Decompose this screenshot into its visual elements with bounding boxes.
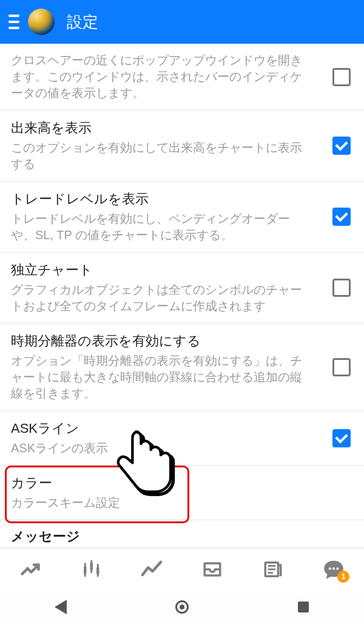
row-independent-chart-title: 独立チャート [11,261,311,279]
tab-news[interactable] [258,555,288,584]
bottom-tabbar: 1 [0,548,364,590]
line-chart-icon [141,558,163,580]
nav-back-button[interactable] [52,598,70,616]
row-ask-line-sub: ASKラインの表示 [11,440,311,456]
settings-list: クロスヘアーの近くにポップアップウインドウを開きます。このウインドウは、示された… [0,44,364,548]
svg-point-11 [332,567,335,569]
checkbox-trade-levels[interactable] [332,208,351,226]
checkbox-independent-chart[interactable] [332,279,351,297]
row-crosshair[interactable]: クロスヘアーの近くにポップアップウインドウを開きます。このウインドウは、示された… [0,44,364,110]
checkbox-volume[interactable] [332,137,351,155]
news-icon [263,559,283,580]
row-color-title: カラー [11,474,311,492]
nav-recent-button[interactable] [294,598,312,616]
messages-badge: 1 [337,571,349,583]
recent-icon [298,602,309,612]
row-trade-levels-sub: トレードレベルを有効にし、ペンディングオーダーや、SL, TP の値をチャートに… [11,211,311,243]
row-volume-sub: このオプションを有効にして出来高をチャートに表示する [11,140,311,172]
arrow-trend-icon [19,558,41,580]
nav-home-button[interactable] [173,598,191,616]
row-ask-line-title: ASKライン [11,419,311,438]
row-period-separator-sub: オプション「時期分離器の表示を有効にする」は、チャートに最も大きな時間軸の罫線に… [11,353,311,402]
row-crosshair-sub: クロスヘアーの近くにポップアップウインドウを開きます。このウインドウは、示された… [11,52,311,101]
row-independent-chart[interactable]: 独立チャート グラフィカルオブジェクトは全てのシンボルのチャートおよび全てのタイ… [0,253,364,324]
checkbox-crosshair[interactable] [332,68,351,86]
row-color[interactable]: カラー カラースキーム設定 [0,466,364,520]
section-messages: メッセージ [0,520,364,548]
tab-charts[interactable] [76,555,106,584]
checkbox-period-separator[interactable] [332,358,351,376]
home-icon [175,600,189,614]
svg-point-12 [336,567,339,569]
row-volume[interactable]: 出来高を表示 このオプションを有効にして出来高をチャートに表示する [0,110,364,181]
checkbox-ask-line[interactable] [332,429,351,447]
svg-point-10 [329,567,331,569]
page-title: 設定 [67,12,98,33]
candlestick-icon [80,558,102,580]
inbox-icon [202,559,223,580]
tab-quotes[interactable] [16,555,45,584]
app-header: 設定 [0,0,364,44]
back-icon [55,600,67,614]
row-trade-levels-title: トレードレベルを表示 [11,190,311,208]
tab-trade[interactable] [137,555,166,584]
row-trade-levels[interactable]: トレードレベルを表示 トレードレベルを有効にし、ペンディングオーダーや、SL, … [0,181,364,253]
system-navbar [0,590,364,624]
row-period-separator-title: 時期分離器の表示を有効にする [11,332,311,350]
menu-icon[interactable] [8,15,23,29]
row-volume-title: 出来高を表示 [11,119,311,137]
tab-history[interactable] [198,555,227,584]
row-ask-line[interactable]: ASKライン ASKラインの表示 [0,411,364,466]
row-independent-chart-sub: グラフィカルオブジェクトは全てのシンボルのチャートおよび全てのタイムフレームに作… [11,282,311,314]
row-color-sub: カラースキーム設定 [11,495,311,511]
app-logo-icon [28,8,55,35]
tab-messages[interactable]: 1 [319,555,348,584]
row-period-separator[interactable]: 時期分離器の表示を有効にする オプション「時期分離器の表示を有効にする」は、チャ… [0,324,364,411]
